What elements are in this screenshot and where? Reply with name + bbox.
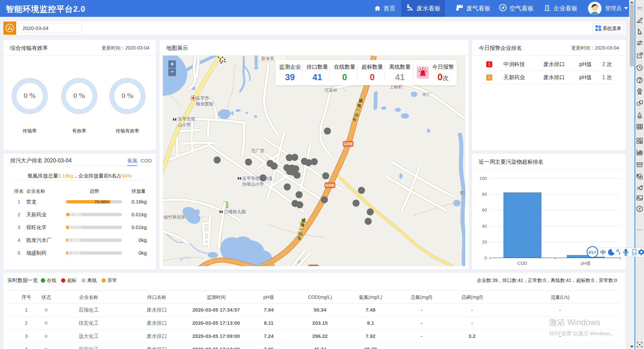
svg-text:20: 20 <box>482 240 487 245</box>
svg-text:沈家岭: 沈家岭 <box>324 88 338 93</box>
svg-text:头: 头 <box>353 117 357 122</box>
svg-text:中: 中 <box>601 249 606 256</box>
svg-text:G206: G206 <box>325 183 334 187</box>
svg-text:范厂里: 范厂里 <box>251 148 264 153</box>
svg-text:乐平市: 乐平市 <box>196 96 209 101</box>
svg-text:80: 80 <box>482 192 487 197</box>
svg-text:威: 威 <box>358 98 363 103</box>
svg-text:乐平市塔: 乐平市塔 <box>178 117 195 122</box>
svg-text:60: 60 <box>482 208 487 213</box>
svg-text:江维幼儿园: 江维幼儿园 <box>224 209 246 214</box>
svg-text:40: 40 <box>482 224 487 229</box>
svg-text:乐平市塔山街道: 乐平市塔山街道 <box>242 176 273 181</box>
svg-text:查家: 查家 <box>460 190 465 195</box>
svg-text:iFLY: iFLY <box>588 250 597 254</box>
svg-text:100: 100 <box>479 176 487 181</box>
svg-text:电化医院: 电化医院 <box>196 101 213 106</box>
svg-text:COD: COD <box>518 261 527 266</box>
svg-text:一: 一 <box>356 107 360 113</box>
svg-text:0: 0 <box>485 255 487 260</box>
svg-text:pH值: pH值 <box>581 261 591 266</box>
svg-text:头: 头 <box>297 235 302 241</box>
svg-text:烟竹林徐家: 烟竹林徐家 <box>164 215 185 220</box>
svg-text:办塔山小学: 办塔山小学 <box>242 182 264 187</box>
svg-text:甲厂: 甲厂 <box>422 92 431 97</box>
svg-text:新海里: 新海里 <box>261 56 274 61</box>
svg-text:汕: 汕 <box>354 112 359 117</box>
svg-text:G206: G206 <box>344 142 353 146</box>
svg-text:山小学: 山小学 <box>178 122 191 127</box>
svg-text:a: a <box>637 186 639 190</box>
